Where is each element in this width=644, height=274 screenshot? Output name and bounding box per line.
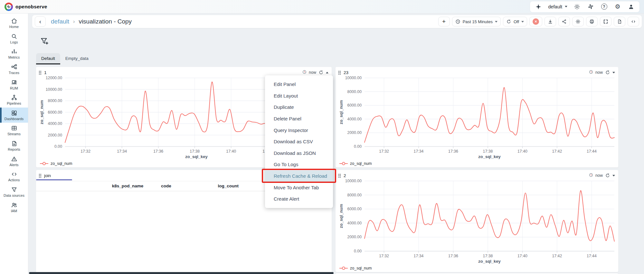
export-file-button[interactable] — [614, 17, 625, 26]
chevron-down-icon[interactable] — [612, 175, 615, 176]
panel-title: join — [44, 173, 51, 178]
svg-text:17:36: 17:36 — [448, 149, 458, 154]
drag-handle-icon[interactable] — [338, 174, 341, 178]
tab-empty-data[interactable]: Empty_data — [60, 53, 94, 64]
svg-text:0.00: 0.00 — [354, 249, 362, 253]
file-icon — [617, 19, 622, 24]
legend-item[interactable]: zo_sql_num — [40, 161, 72, 166]
theme-icon[interactable] — [573, 3, 581, 11]
menu-item-download-as-json[interactable]: Download as JSON — [265, 147, 333, 159]
toolbar-button-label: Off — [514, 19, 519, 24]
time-range-button[interactable]: Past 15 Minutes — [452, 17, 501, 26]
svg-text:17:38: 17:38 — [190, 149, 200, 154]
menu-item-refresh-cache-reload[interactable]: Refresh Cache & Reload — [265, 170, 333, 182]
drag-handle-icon[interactable] — [338, 71, 341, 75]
sidebar-item-label: Pipelines — [7, 101, 21, 106]
user-icon[interactable] — [627, 3, 635, 11]
refresh-icon[interactable] — [605, 70, 610, 75]
export-download-button[interactable] — [545, 17, 556, 26]
svg-text:17:42: 17:42 — [552, 149, 562, 154]
add-panel-button[interactable]: + — [438, 17, 450, 26]
sidebar-item-label: RUM — [10, 86, 18, 90]
sidebar-item-reports[interactable]: Reports — [0, 138, 28, 154]
sidebar-item-pipelines[interactable]: Pipelines — [0, 92, 28, 108]
org-selector[interactable]: default — [548, 4, 567, 9]
query-code-button[interactable] — [628, 17, 639, 26]
menu-item-create-alert[interactable]: Create Alert — [265, 193, 333, 205]
back-button[interactable]: ‹ — [35, 16, 46, 27]
drag-handle-icon[interactable] — [39, 71, 42, 75]
sidebar-item-data-sources[interactable]: Data sources — [0, 184, 28, 200]
cached-clock-icon — [589, 70, 593, 75]
sidebar-item-rum[interactable]: RUM — [0, 77, 28, 92]
svg-text:4000.00: 4000.00 — [48, 121, 62, 126]
sidebar-item-actions[interactable]: Actions — [0, 169, 28, 184]
cancel-query-button[interactable]: × — [529, 17, 542, 26]
svg-text:17:40: 17:40 — [517, 149, 527, 154]
legend-item[interactable]: zo_sql_num — [339, 266, 372, 270]
sidebar-item-metrics[interactable]: Metrics — [0, 46, 28, 61]
menu-item-edit-panel[interactable]: Edit Panel — [265, 79, 333, 90]
dashboard-settings-button[interactable] — [572, 17, 584, 26]
sidebar-item-label: Data sources — [4, 194, 24, 198]
sidebar-item-streams[interactable]: Streams — [0, 123, 28, 138]
add-filter-button[interactable] — [39, 36, 50, 46]
svg-text:17:38: 17:38 — [483, 254, 493, 258]
cached-clock-icon — [589, 173, 593, 178]
svg-text:17:44: 17:44 — [587, 149, 597, 154]
menu-item-delete-panel[interactable]: Delete Panel — [265, 113, 333, 125]
help-icon[interactable]: ? — [600, 3, 608, 11]
menu-item-query-inspector[interactable]: Query Inspector — [265, 124, 333, 136]
svg-text:17:44: 17:44 — [587, 254, 597, 258]
menu-item-download-as-csv[interactable]: Download as CSV — [265, 136, 333, 147]
svg-text:zo_sql_num: zo_sql_num — [39, 100, 44, 124]
menu-item-go-to-logs[interactable]: Go To Logs — [265, 159, 333, 170]
panel-23-controls[interactable]: now — [589, 70, 615, 75]
legend-label: zo_sql_num — [350, 161, 372, 166]
panel-2-controls[interactable]: now — [589, 173, 615, 178]
tab-default[interactable]: Default — [36, 53, 60, 64]
share-button[interactable] — [558, 17, 570, 26]
cached-clock-icon — [302, 70, 307, 75]
refresh-icon[interactable] — [605, 173, 610, 178]
sidebar-item-label: Traces — [9, 71, 19, 75]
openobserve-logo-icon — [5, 3, 13, 11]
print-button[interactable] — [586, 17, 598, 26]
sidebar-item-home[interactable]: Home — [0, 15, 28, 31]
breadcrumb-org-link[interactable]: default — [51, 18, 69, 25]
gear-icon[interactable]: ⚙ — [614, 3, 621, 11]
panel-1-controls[interactable]: now — [302, 70, 328, 75]
chevron-up-icon[interactable] — [326, 72, 328, 73]
openobserve-logo[interactable]: openobserve — [5, 3, 47, 11]
download-icon — [548, 19, 553, 24]
sidebar-item-dashboards[interactable]: Dashboards — [0, 108, 28, 123]
panel-loading-bar — [36, 179, 72, 180]
sidebar-item-iam[interactable]: IAM — [0, 200, 28, 215]
menu-item-edit-layout[interactable]: Edit Layout — [265, 90, 333, 102]
sidebar-item-logs[interactable]: Logs — [0, 31, 28, 46]
refresh-icon[interactable] — [318, 70, 324, 75]
sidebar-item-label: Reports — [8, 147, 20, 152]
page-title: visualization - Copy — [79, 18, 132, 25]
sparkle-icon[interactable] — [535, 3, 542, 11]
streams-icon — [11, 125, 17, 131]
slack-icon[interactable] — [587, 3, 594, 11]
actions-icon — [11, 171, 17, 177]
menu-item-duplicate[interactable]: Duplicate — [265, 101, 333, 113]
panel-2-chart: 0.002000.004000.006000.008000.0010000.00… — [336, 178, 618, 264]
drag-handle-icon[interactable] — [39, 174, 42, 178]
series-marker-icon — [339, 162, 348, 165]
plus-icon: + — [442, 18, 446, 24]
sidebar-item-alerts[interactable]: Alerts — [0, 154, 28, 169]
legend-item[interactable]: zo_sql_num — [339, 161, 372, 166]
chevron-down-icon[interactable] — [612, 72, 615, 73]
svg-text:17:36: 17:36 — [448, 254, 458, 258]
fullscreen-button[interactable] — [600, 17, 611, 26]
auto-refresh-button[interactable]: Off — [503, 17, 527, 26]
svg-text:17:32: 17:32 — [379, 254, 389, 258]
menu-item-move-to-another-tab[interactable]: Move To Another Tab — [265, 182, 333, 193]
panel-23: 23 now 0.002000.004000.006000.008000.001… — [336, 67, 618, 167]
panel-23-chart: 0.002000.004000.006000.008000.0010000.00… — [336, 75, 618, 160]
sidebar-item-traces[interactable]: Traces — [0, 61, 28, 77]
sidebar-item-label: Alerts — [9, 163, 18, 167]
